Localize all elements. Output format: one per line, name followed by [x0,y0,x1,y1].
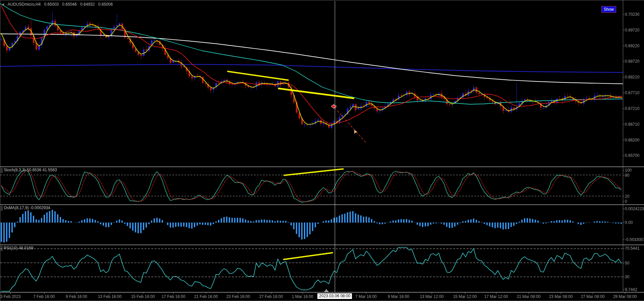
gray-triangle-marker[interactable] [324,289,329,292]
quote-open: 0.65003 [44,2,59,7]
symbol-timeframe-label: AUDUSDmicro,H4 [8,2,41,7]
time-axis-label: 15 Mar 12:00 [453,294,477,299]
indicator-axis-label: 0.00 [625,220,633,225]
price-axis-label: 0.69720 [625,28,639,33]
time-axis-label: 7 Mar 16:00 [355,294,377,299]
time-axis-label: 27 Feb 16:00 [259,294,283,299]
crosshair-time-label: 2023.03.06 08:00 [317,293,352,299]
rsi-plot [0,247,623,291]
quote-close: 0.65006 [98,2,113,7]
price-axis-label: 0.68720 [625,59,639,64]
price-axis-label: 0.65700 [625,153,639,158]
time-axis-label: 13 Feb 16:00 [98,294,122,299]
price-axis-label: 0.66200 [625,138,639,142]
chart-canvas[interactable] [0,0,644,301]
stochastic-plot [0,170,623,202]
indicator-axis-label: 0 [625,199,627,204]
indicator-axis-label: 30 [625,275,629,279]
time-axis-label: 17 Mar 12:00 [484,294,508,299]
price-axis-label: 0.67710 [625,91,639,95]
time-axis-label: 15 Feb 16:00 [131,294,155,299]
indicator-axis-label: 100 [625,168,632,173]
indicator-axis-label: 20 [625,194,629,199]
stoch-indicator-label: Stoch(8,3,3) 50.6536 41.5563 [4,168,57,172]
axis-ticks [11,14,625,294]
time-axis-label: 17 Feb 16:00 [162,294,185,299]
price-axis-label: 0.68210 [625,75,639,79]
time-axis-label: 23 Mar 08:00 [549,294,573,299]
time-axis-label: 1 Mar 16:00 [292,294,313,299]
chart-title-bar: ▼ AUDUSDmicro,H4 0.65003 0.65046 0.64932… [2,2,113,7]
indicator-axis-label: 70.5441 [625,246,639,251]
show-button[interactable]: Show [601,6,616,13]
price-axis-label: 0.70230 [625,12,639,17]
indicator-axis-label: 80 [625,173,629,178]
trendline[interactable] [284,253,332,259]
chart-expander-icon[interactable]: ▼ [2,3,5,6]
time-axis-label: 23 Feb 16:00 [226,294,250,299]
trading-chart-window: 0.702300.697200.692200.687200.682100.677… [0,0,644,301]
indicator-axis-label: 50 [625,261,629,265]
time-axis-label: 9 Feb 16:00 [66,294,87,299]
indicator-axis-label: 0.0024223 [625,206,644,211]
time-axis-label: 3 Feb 2023 [0,294,21,299]
rsi-indicator-label: RSI(10) 48.0169 [4,246,33,250]
time-axis-label: 21 Mar 08:00 [517,294,541,299]
price-axis-label: 0.67210 [625,106,639,111]
time-axis-label: 7 Feb 16:00 [33,294,55,299]
trendline[interactable] [228,71,288,80]
indicator-axis-label: 9.7442 [625,287,637,292]
trendline[interactable] [284,169,343,175]
candlesticks [1,12,622,130]
price-axis-label: 0.69220 [625,44,639,48]
moving-averages [0,4,623,125]
time-axis-label: 13 Mar 12:00 [420,294,444,299]
tan-arrow-marker[interactable] [354,130,357,134]
trendline[interactable] [279,88,354,98]
osma-indicator-label: OsMA(8,17,9) -0.0002934 [4,205,50,210]
time-axis-label: 21 Feb 16:00 [194,294,218,299]
price-axis-label: 0.66710 [625,122,639,127]
quote-low: 0.64932 [80,2,95,7]
time-axis-label: 9 Mar 16:00 [388,294,409,299]
time-axis-label: 29 Mar 08:00 [613,294,637,299]
indicator-axis-label: -0.0033007 [625,237,644,242]
quote-high: 0.65046 [62,2,76,7]
time-axis-label: 27 Mar 08:00 [581,294,605,299]
osma-histogram [0,210,623,242]
